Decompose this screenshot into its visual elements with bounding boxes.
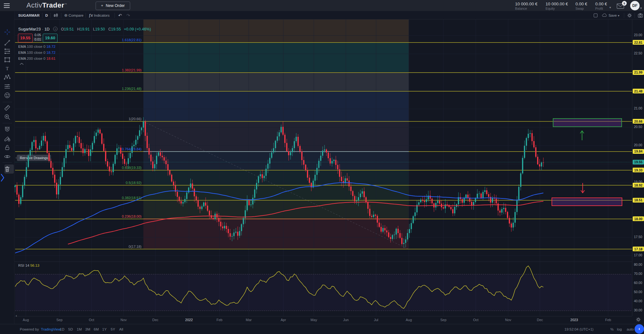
price-axis-label: 22.50 <box>634 51 642 55</box>
fib-retracement-tool-icon[interactable] <box>4 48 11 55</box>
percent-scale-button[interactable]: % <box>610 324 613 334</box>
tradingview-link[interactable]: TradingView <box>41 324 61 334</box>
settings-gear-icon[interactable] <box>627 13 632 18</box>
pattern-tool-icon[interactable] <box>4 74 11 81</box>
interval-button[interactable]: D <box>45 11 48 19</box>
chart-toolbar: SUGARMAR23 D ⊕ Compare ƒx Indicators ↶ ↷… <box>14 11 644 19</box>
price-axis[interactable]: 23.0022.5021.0020.5020.0019.0017.5017.00… <box>632 19 644 316</box>
legend-collapse-icon[interactable]: − <box>53 27 58 31</box>
buy-button[interactable]: 19.60 <box>43 34 58 42</box>
spread-pips: 0.01 <box>33 37 42 41</box>
symbol-search[interactable]: SUGARMAR23 <box>18 11 40 19</box>
indicator-row-ema100[interactable]: EMA 100 close 0 18.72 <box>18 45 55 48</box>
indicators-button[interactable]: ƒx Indicators <box>89 11 109 19</box>
swap-group: 0.00 € Swap <box>575 2 587 10</box>
avatar[interactable]: DF <box>630 1 640 10</box>
emoji-tool-icon[interactable] <box>4 92 11 99</box>
legend-symbol[interactable]: SugarMar23 <box>18 27 41 31</box>
time-axis-label: Nov <box>505 318 511 322</box>
rsi-legend[interactable]: RSI 14 56.13 <box>18 264 39 267</box>
axis-settings-gear-icon[interactable] <box>636 317 641 322</box>
fullscreen-icon[interactable] <box>594 14 597 17</box>
undo-icon[interactable]: ↶ <box>118 11 122 19</box>
drawing-mode-tool-icon[interactable] <box>4 135 11 142</box>
fib-level-label: 1(20.66) <box>0 117 142 121</box>
legend-interval: 1D <box>44 27 50 31</box>
measure-tool-icon[interactable] <box>4 104 11 111</box>
rsi-value: 56.13 <box>30 264 39 267</box>
time-axis-label: 2023 <box>570 318 578 322</box>
panel-expand-icon[interactable] <box>0 173 5 182</box>
new-order-button[interactable]: +New Order <box>96 2 130 10</box>
compare-icon: ⊕ <box>64 13 68 18</box>
rsi-axis-label: 60.00 <box>634 281 642 285</box>
time-axis-label: Oct <box>89 318 94 322</box>
price-axis-label: 21.00 <box>634 106 642 110</box>
range-button-3m[interactable]: 3M <box>85 324 90 334</box>
fib-price-label: 19.84 <box>633 149 644 154</box>
logo-text-activ: Activ <box>26 1 42 9</box>
auto-scale-button[interactable]: auto <box>627 324 634 334</box>
candle-style-icon[interactable] <box>53 13 58 18</box>
fib-level-label: 0.618(19.33) <box>0 166 142 170</box>
spread-value: 0.05 <box>33 33 42 37</box>
compare-button[interactable]: ⊕ Compare <box>64 11 83 19</box>
legend-collapse-chevron-icon[interactable] <box>18 62 25 66</box>
fib-price-label: 17.18 <box>633 247 644 251</box>
camera-icon[interactable] <box>638 13 643 18</box>
high-value: 19.91 <box>80 27 90 31</box>
fib-price-label: 18.92 <box>633 183 644 187</box>
price-axis-label: 23.00 <box>634 33 642 37</box>
equity-group: 10 000.00 € Equity <box>546 2 568 10</box>
current-price-label: 19.55 <box>633 160 644 164</box>
time-axis-label: Aug <box>23 318 29 322</box>
rsi-axis-label: 30.00 <box>634 308 642 312</box>
trademark: ™ <box>64 3 67 6</box>
range-button-1d[interactable]: 1D <box>60 324 64 334</box>
time-axis-label: 2022 <box>185 318 193 322</box>
range-button-6m[interactable]: 6M <box>94 324 99 334</box>
menu-icon[interactable] <box>4 3 10 8</box>
crosshair-tool-icon[interactable] <box>4 29 11 36</box>
fib-level-label: 0.236(18.00) <box>0 214 142 218</box>
range-button-5y[interactable]: 5Y <box>111 324 115 334</box>
compare-label: Compare <box>69 14 83 17</box>
indicators-label: Indicators <box>94 14 110 17</box>
range-button-all[interactable]: All <box>119 324 123 334</box>
fib-price-label: 21.48 <box>633 89 644 93</box>
indicator-row-ema200[interactable]: EMA 200 close 0 18.61 <box>18 57 55 60</box>
rectangle-tool-icon[interactable] <box>4 56 11 63</box>
powered-by-label: Powered by <box>20 324 39 334</box>
bottom-bar: Powered by TradingView 19:52:04 (UTC+1) … <box>0 324 644 334</box>
time-axis[interactable]: AugSepOctNovDec2022FebMarAprMayJunJulAug… <box>14 316 632 324</box>
rsi-axis-label: 80.00 <box>634 263 642 266</box>
swap-label: Swap <box>575 7 587 10</box>
hide-drawings-tool-icon[interactable] <box>4 153 11 160</box>
range-button-1y[interactable]: 1Y <box>102 324 107 334</box>
indicator-row-ema100b[interactable]: EMA 100 close 0 18.72 <box>18 51 55 54</box>
app-logo: ActivTrader™ <box>26 1 67 9</box>
profit-value: 0.00 € <box>595 2 607 6</box>
time-axis-label: May <box>311 318 317 322</box>
pane-collapse-icon[interactable]: ‹ <box>14 313 18 319</box>
range-button-5d[interactable]: 5D <box>68 324 73 334</box>
log-scale-button[interactable]: log <box>617 324 622 334</box>
save-label: Save <box>608 14 617 17</box>
mail-badge: 5 <box>622 1 627 6</box>
save-button[interactable]: Save ▾ <box>602 11 619 19</box>
fib-price-label: 22.81 <box>633 40 644 45</box>
sell-button[interactable]: 19.55 <box>18 34 33 42</box>
fib-level-label: 1.236(21.48) <box>0 87 142 91</box>
profit-caret-icon[interactable]: ▾ <box>609 6 611 9</box>
logo-text-trader: Trader <box>42 1 64 9</box>
avatar-caret-icon[interactable]: ▾ <box>640 6 642 10</box>
range-button-1m[interactable]: 1M <box>77 324 82 334</box>
balance-label: Balance <box>515 7 537 10</box>
collapse-panel-button[interactable]: ‹ <box>635 324 644 334</box>
magnet-tool-icon[interactable] <box>4 126 11 133</box>
chart-legend: SugarMar23 · 1D − O19.51 H19.91 L19.50 C… <box>18 27 151 31</box>
redo-icon[interactable]: ↷ <box>126 11 130 19</box>
equity-label: Equity <box>546 7 568 10</box>
price-axis-label: 20.50 <box>634 125 642 129</box>
time-axis-label: Jun <box>343 318 349 322</box>
